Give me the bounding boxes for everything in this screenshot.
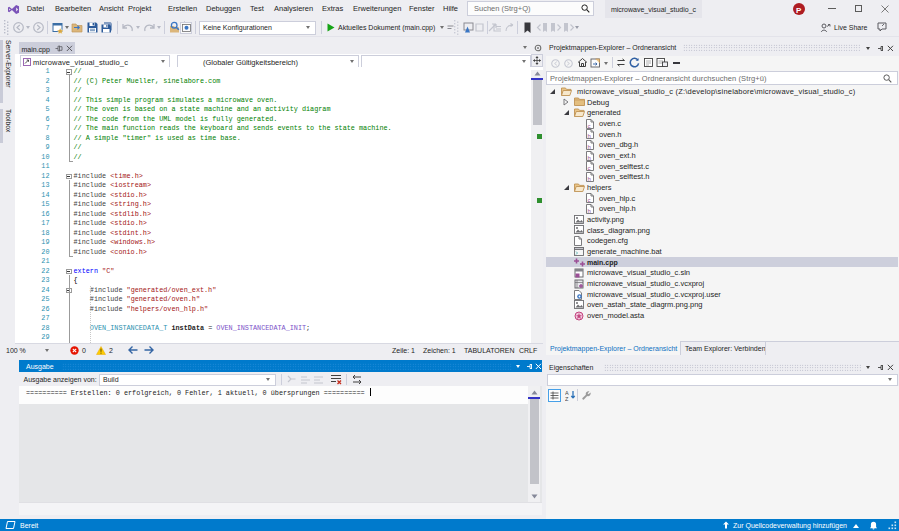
svg-text:h: h: [588, 176, 591, 182]
svg-text:h: h: [588, 144, 591, 150]
svg-text:c: c: [588, 165, 591, 171]
svg-text:c: c: [588, 197, 591, 203]
svg-text:h: h: [588, 154, 591, 160]
svg-text:c: c: [588, 122, 591, 128]
svg-text:h: h: [588, 133, 591, 139]
svg-text:h: h: [588, 208, 591, 214]
svg-text:Z: Z: [565, 396, 569, 402]
